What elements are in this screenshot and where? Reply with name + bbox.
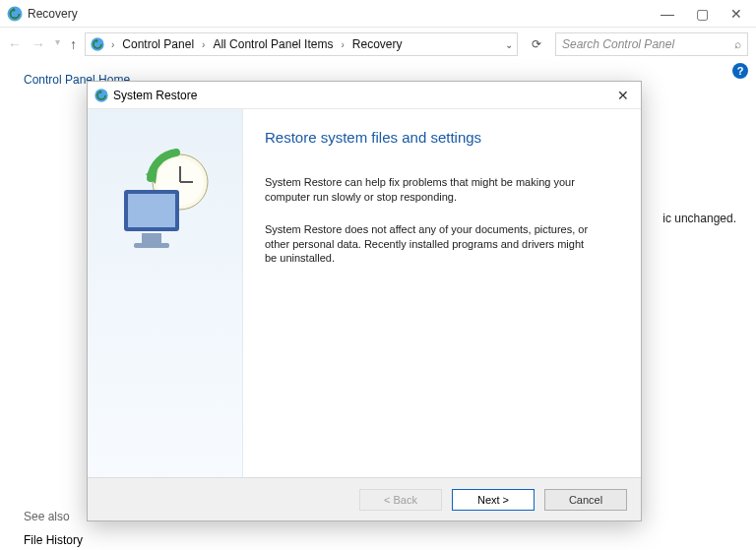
search-input[interactable]: Search Control Panel ⌕	[555, 32, 748, 56]
window-close-button[interactable]: ✕	[730, 7, 742, 21]
explorer-window-title: Recovery	[28, 7, 78, 21]
crumb-recovery[interactable]: Recovery	[350, 37, 405, 51]
chevron-right-icon: ›	[339, 39, 346, 50]
cancel-button[interactable]: Cancel	[544, 489, 627, 511]
background-text-fragment: ic unchanged.	[662, 212, 736, 225]
crumb-control-panel[interactable]: Control Panel	[120, 37, 196, 51]
svg-rect-9	[142, 233, 161, 243]
dialog-paragraph-2: System Restore does not affect any of yo…	[265, 222, 590, 267]
dialog-sidebar	[88, 109, 243, 477]
chevron-right-icon: ›	[200, 39, 207, 50]
nav-recent-button[interactable]: ▾	[55, 36, 60, 52]
wizard-illustration-icon	[106, 145, 224, 263]
help-icon[interactable]: ?	[732, 63, 748, 79]
dialog-paragraph-1: System Restore can help fix problems tha…	[265, 175, 590, 205]
explorer-titlebar: Recovery — ▢ ✕	[0, 0, 756, 28]
search-icon: ⌕	[734, 37, 741, 51]
svg-rect-10	[134, 243, 169, 248]
nav-back-button[interactable]: ←	[8, 36, 22, 52]
dialog-title: System Restore	[113, 89, 197, 102]
dialog-close-button[interactable]: ✕	[611, 88, 635, 103]
back-button: < Back	[359, 489, 442, 511]
recovery-icon	[6, 5, 24, 23]
window-maximize-button[interactable]: ▢	[696, 7, 709, 21]
system-restore-icon	[94, 88, 109, 103]
next-button[interactable]: Next >	[452, 489, 535, 511]
window-minimize-button[interactable]: —	[661, 7, 674, 21]
dialog-heading: Restore system files and settings	[265, 129, 615, 146]
nav-forward-button[interactable]: →	[32, 36, 45, 52]
dialog-main: Restore system files and settings System…	[243, 109, 641, 477]
dialog-titlebar: System Restore ✕	[88, 82, 641, 109]
crumb-all-items[interactable]: All Control Panel Items	[211, 37, 335, 51]
recovery-icon	[90, 36, 105, 52]
address-dropdown[interactable]: ⌄	[505, 39, 513, 50]
svg-rect-8	[128, 194, 175, 227]
search-placeholder: Search Control Panel	[562, 37, 674, 51]
breadcrumb[interactable]: › Control Panel › All Control Panel Item…	[85, 32, 518, 56]
dialog-footer: < Back Next > Cancel	[88, 477, 641, 520]
refresh-button[interactable]: ⟳	[526, 37, 547, 51]
nav-up-button[interactable]: ↑	[70, 36, 77, 52]
address-row: ← → ▾ ↑ › Control Panel › All Control Pa…	[0, 28, 756, 61]
chevron-right-icon: ›	[109, 39, 116, 50]
system-restore-dialog: System Restore ✕ Restore system files	[87, 81, 642, 521]
file-history-link[interactable]: File History	[24, 533, 130, 547]
